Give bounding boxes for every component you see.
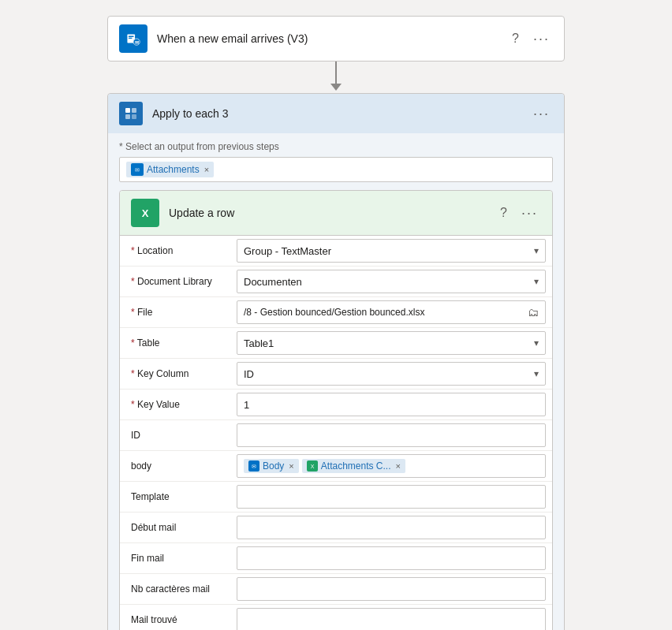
form-field-fin-mail[interactable] (230, 543, 552, 573)
form-row: File/8 - Gestion bounced/Gestion bounced… (120, 297, 552, 328)
tag-close-button[interactable]: × (396, 461, 401, 471)
apply-block: Apply to each 3 ··· * Select an output f… (107, 93, 565, 630)
form-label-file: File (120, 302, 230, 322)
form-field-body[interactable]: ✉Body×XAttachments C...× (230, 451, 552, 481)
attachments-tag-close[interactable]: × (204, 165, 209, 174)
svg-text:✉: ✉ (135, 167, 140, 173)
tag-label: Attachments C... (321, 460, 391, 472)
arrow-head-1 (330, 84, 342, 91)
form-row: Nb caractères mail (120, 574, 552, 605)
form-label-fin-mail: Fin mail (120, 548, 230, 568)
attachments-input[interactable]: ✉ Attachments × (119, 157, 553, 182)
form-body: LocationGroup - TextMaster▾Document Libr… (120, 236, 552, 630)
svg-text:X: X (310, 464, 314, 469)
svg-rect-7 (132, 108, 136, 113)
chevron-down-icon: ▾ (534, 276, 539, 287)
apply-title: Apply to each 3 (152, 107, 521, 120)
svg-text:✉: ✉ (135, 40, 139, 45)
form-label-table: Table (120, 333, 230, 353)
select-label: * Select an output from previous steps (119, 141, 553, 152)
form-row: Document LibraryDocumenten▾ (120, 267, 552, 297)
trigger-block: ✉ When a new email arrives (V3) ? ··· (107, 16, 565, 62)
svg-rect-9 (132, 114, 136, 119)
form-label-body: body (120, 456, 230, 476)
form-field-début-mail[interactable] (230, 513, 552, 542)
apply-actions: ··· (530, 104, 553, 124)
form-row: TableTable1▾ (120, 328, 552, 359)
chevron-down-icon: ▾ (534, 368, 539, 379)
apply-more-button[interactable]: ··· (530, 104, 553, 124)
excel-tag-icon: X (307, 460, 318, 472)
svg-rect-8 (125, 114, 130, 119)
form-field-document-library[interactable]: Documenten▾ (230, 267, 552, 296)
file-path: /8 - Gestion bounced/Gestion bounced.xls… (244, 307, 424, 318)
update-actions: ? ··· (497, 203, 541, 223)
apply-body: * Select an output from previous steps ✉… (108, 133, 564, 630)
dropdown-value: ID (244, 368, 254, 380)
form-row: body✉Body×XAttachments C...× (120, 451, 552, 482)
chevron-down-icon: ▾ (534, 245, 539, 256)
trigger-help-button[interactable]: ? (509, 30, 522, 47)
form-row: Template (120, 482, 552, 513)
svg-rect-3 (129, 38, 133, 39)
svg-rect-2 (129, 36, 134, 37)
chevron-down-icon: ▾ (534, 337, 539, 349)
update-help-button[interactable]: ? (497, 204, 510, 222)
excel-icon: X (131, 199, 159, 227)
trigger-more-button[interactable]: ··· (530, 29, 553, 49)
update-more-button[interactable]: ··· (518, 203, 541, 223)
update-header: X Update a row ? ··· (120, 191, 552, 236)
form-label-location: Location (120, 240, 230, 261)
form-label-mail-trouvé: Mail trouvé (120, 609, 230, 630)
update-block: X Update a row ? ··· LocationGroup - Tex… (119, 190, 553, 630)
tag-close-button[interactable]: × (289, 461, 293, 471)
outlook-tag-icon: ✉ (248, 460, 259, 472)
attachments-tag-icon: ✉ (131, 163, 144, 176)
form-row: Key ColumnID▾ (120, 359, 552, 390)
form-field-table[interactable]: Table1▾ (230, 328, 552, 358)
form-label-document-library: Document Library (120, 271, 230, 292)
form-label-id: ID (120, 425, 230, 445)
form-field-file[interactable]: /8 - Gestion bounced/Gestion bounced.xls… (230, 297, 552, 327)
trigger-title: When a new email arrives (V3) (157, 32, 499, 45)
apply-icon (119, 102, 143, 125)
field-value: 1 (244, 399, 249, 411)
form-field-location[interactable]: Group - TextMaster▾ (230, 236, 552, 266)
svg-text:X: X (142, 207, 149, 219)
trigger-actions: ? ··· (509, 29, 553, 49)
form-row: ID (120, 420, 552, 451)
update-title: Update a row (169, 207, 487, 219)
form-field-mail-trouvé[interactable] (230, 605, 552, 630)
form-label-key-value: Key Value (120, 394, 230, 415)
form-label-template: Template (120, 486, 230, 507)
svg-rect-6 (125, 108, 130, 113)
tag-body: ✉Body× (244, 459, 299, 473)
form-label-nb-caractères-mail: Nb caractères mail (120, 579, 230, 599)
form-row: Début mail (120, 513, 552, 543)
arrow-connector-1 (330, 62, 342, 93)
flow-canvas: ✉ When a new email arrives (V3) ? ··· (16, 16, 656, 630)
tag-label: Body (263, 460, 284, 472)
form-field-key-value[interactable]: 1 (230, 390, 552, 419)
dropdown-value: Group - TextMaster (244, 245, 331, 257)
tag-attachments-c...: XAttachments C...× (302, 459, 405, 473)
file-picker-icon[interactable]: 🗂 (528, 306, 539, 319)
svg-text:✉: ✉ (252, 464, 256, 469)
form-row: Mail trouvé (120, 605, 552, 630)
form-field-key-column[interactable]: ID▾ (230, 359, 552, 389)
attachments-tag-label: Attachments (147, 164, 200, 175)
attachments-tag: ✉ Attachments × (126, 162, 214, 177)
form-label-key-column: Key Column (120, 363, 230, 384)
form-row: Key Value1 (120, 390, 552, 420)
form-row: LocationGroup - TextMaster▾ (120, 236, 552, 267)
form-row: Fin mail (120, 543, 552, 574)
outlook-icon: ✉ (119, 24, 147, 53)
dropdown-value: Documenten (244, 276, 302, 288)
apply-header: Apply to each 3 ··· (108, 94, 564, 133)
form-field-nb-caractères-mail[interactable] (230, 574, 552, 604)
dropdown-value: Table1 (244, 337, 274, 349)
form-field-template[interactable] (230, 482, 552, 512)
form-field-id[interactable] (230, 420, 552, 450)
form-label-début-mail: Début mail (120, 517, 230, 538)
